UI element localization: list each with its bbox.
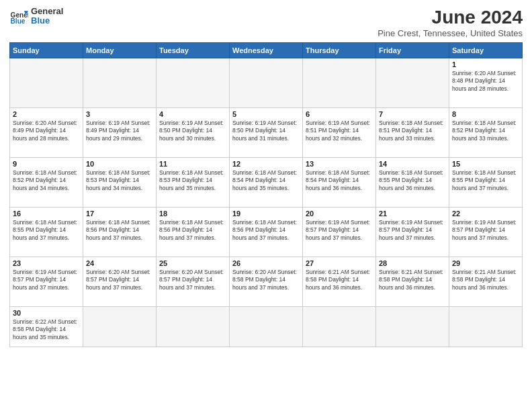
week-row-1: 2Sunrise: 6:20 AM Sunset: 8:49 PM Daylig… xyxy=(10,108,523,158)
day-info: Sunrise: 6:18 AM Sunset: 8:53 PM Dayligh… xyxy=(86,169,153,192)
day-cell: 6Sunrise: 6:19 AM Sunset: 8:51 PM Daylig… xyxy=(303,108,376,158)
day-cell: 13Sunrise: 6:18 AM Sunset: 8:54 PM Dayli… xyxy=(303,158,376,208)
day-info: Sunrise: 6:18 AM Sunset: 8:52 PM Dayligh… xyxy=(452,120,519,142)
svg-text:Blue: Blue xyxy=(11,17,26,25)
day-info: Sunrise: 6:18 AM Sunset: 8:54 PM Dayligh… xyxy=(306,169,373,192)
day-cell xyxy=(83,58,157,108)
day-cell: 3Sunrise: 6:19 AM Sunset: 8:49 PM Daylig… xyxy=(83,108,157,158)
day-number: 6 xyxy=(306,110,373,118)
day-cell: 15Sunrise: 6:18 AM Sunset: 8:55 PM Dayli… xyxy=(449,158,523,208)
day-cell: 27Sunrise: 6:21 AM Sunset: 8:58 PM Dayli… xyxy=(303,257,376,307)
day-cell: 25Sunrise: 6:20 AM Sunset: 8:57 PM Dayli… xyxy=(157,257,230,307)
day-info: Sunrise: 6:18 AM Sunset: 8:55 PM Dayligh… xyxy=(13,219,80,242)
day-cell: 8Sunrise: 6:18 AM Sunset: 8:52 PM Daylig… xyxy=(449,108,523,158)
day-cell xyxy=(157,307,230,347)
day-number: 2 xyxy=(13,110,80,118)
week-row-4: 23Sunrise: 6:19 AM Sunset: 8:57 PM Dayli… xyxy=(10,257,523,307)
day-cell: 1Sunrise: 6:20 AM Sunset: 8:48 PM Daylig… xyxy=(449,58,523,108)
day-number: 4 xyxy=(159,110,226,118)
main-title: June 2024 xyxy=(378,7,523,28)
day-info: Sunrise: 6:21 AM Sunset: 8:58 PM Dayligh… xyxy=(379,269,446,291)
day-number: 23 xyxy=(13,259,80,267)
day-number: 15 xyxy=(452,160,519,168)
week-row-2: 9Sunrise: 6:18 AM Sunset: 8:52 PM Daylig… xyxy=(10,158,523,208)
day-cell: 16Sunrise: 6:18 AM Sunset: 8:55 PM Dayli… xyxy=(10,208,83,257)
day-info: Sunrise: 6:18 AM Sunset: 8:55 PM Dayligh… xyxy=(452,169,519,192)
day-cell: 11Sunrise: 6:18 AM Sunset: 8:53 PM Dayli… xyxy=(157,158,230,208)
title-area: June 2024 Pine Crest, Tennessee, United … xyxy=(378,7,523,38)
day-cell: 2Sunrise: 6:20 AM Sunset: 8:49 PM Daylig… xyxy=(10,108,83,158)
day-info: Sunrise: 6:19 AM Sunset: 8:57 PM Dayligh… xyxy=(306,219,373,242)
day-info: Sunrise: 6:20 AM Sunset: 8:58 PM Dayligh… xyxy=(232,269,300,291)
weekday-tuesday: Tuesday xyxy=(157,43,230,58)
day-number: 12 xyxy=(232,160,300,168)
day-info: Sunrise: 6:18 AM Sunset: 8:51 PM Dayligh… xyxy=(379,120,446,142)
day-cell: 9Sunrise: 6:18 AM Sunset: 8:52 PM Daylig… xyxy=(10,158,83,208)
day-number: 29 xyxy=(452,259,519,267)
day-number: 13 xyxy=(306,160,373,168)
day-info: Sunrise: 6:19 AM Sunset: 8:57 PM Dayligh… xyxy=(379,219,446,242)
day-number: 5 xyxy=(232,110,300,118)
day-number: 27 xyxy=(306,259,373,267)
day-number: 22 xyxy=(452,210,519,218)
day-info: Sunrise: 6:19 AM Sunset: 8:51 PM Dayligh… xyxy=(306,120,373,142)
day-cell xyxy=(303,58,376,108)
day-number: 9 xyxy=(13,160,80,168)
day-cell: 14Sunrise: 6:18 AM Sunset: 8:55 PM Dayli… xyxy=(376,158,449,208)
header: General Blue General Blue June 2024 Pine… xyxy=(9,7,523,38)
logo: General Blue General Blue xyxy=(9,7,63,26)
day-cell: 22Sunrise: 6:19 AM Sunset: 8:57 PM Dayli… xyxy=(449,208,523,257)
day-number: 16 xyxy=(13,210,80,218)
day-info: Sunrise: 6:18 AM Sunset: 8:56 PM Dayligh… xyxy=(159,219,226,242)
day-cell xyxy=(303,307,376,347)
day-info: Sunrise: 6:20 AM Sunset: 8:49 PM Dayligh… xyxy=(13,120,80,142)
day-cell xyxy=(376,58,449,108)
day-cell xyxy=(157,58,230,108)
day-info: Sunrise: 6:20 AM Sunset: 8:57 PM Dayligh… xyxy=(86,269,153,291)
day-cell: 17Sunrise: 6:18 AM Sunset: 8:56 PM Dayli… xyxy=(83,208,157,257)
week-row-5: 30Sunrise: 6:22 AM Sunset: 8:58 PM Dayli… xyxy=(10,307,523,347)
day-info: Sunrise: 6:19 AM Sunset: 8:57 PM Dayligh… xyxy=(13,269,80,291)
day-cell: 10Sunrise: 6:18 AM Sunset: 8:53 PM Dayli… xyxy=(83,158,157,208)
weekday-friday: Friday xyxy=(376,43,449,58)
day-number: 25 xyxy=(159,259,226,267)
day-cell: 26Sunrise: 6:20 AM Sunset: 8:58 PM Dayli… xyxy=(230,257,303,307)
day-info: Sunrise: 6:20 AM Sunset: 8:57 PM Dayligh… xyxy=(159,269,226,291)
subtitle: Pine Crest, Tennessee, United States xyxy=(378,28,523,38)
day-cell: 7Sunrise: 6:18 AM Sunset: 8:51 PM Daylig… xyxy=(376,108,449,158)
day-info: Sunrise: 6:18 AM Sunset: 8:56 PM Dayligh… xyxy=(232,219,300,242)
day-cell: 12Sunrise: 6:18 AM Sunset: 8:54 PM Dayli… xyxy=(230,158,303,208)
day-number: 28 xyxy=(379,259,446,267)
day-cell: 5Sunrise: 6:19 AM Sunset: 8:50 PM Daylig… xyxy=(230,108,303,158)
week-row-0: 1Sunrise: 6:20 AM Sunset: 8:48 PM Daylig… xyxy=(10,58,523,108)
day-number: 24 xyxy=(86,259,153,267)
day-cell xyxy=(449,307,523,347)
day-number: 14 xyxy=(379,160,446,168)
day-cell: 24Sunrise: 6:20 AM Sunset: 8:57 PM Dayli… xyxy=(83,257,157,307)
weekday-thursday: Thursday xyxy=(303,43,376,58)
logo-blue-text: Blue xyxy=(31,16,63,26)
page: General Blue General Blue June 2024 Pine… xyxy=(0,0,532,411)
day-cell: 21Sunrise: 6:19 AM Sunset: 8:57 PM Dayli… xyxy=(376,208,449,257)
day-info: Sunrise: 6:20 AM Sunset: 8:48 PM Dayligh… xyxy=(452,70,519,93)
day-number: 7 xyxy=(379,110,446,118)
day-cell: 30Sunrise: 6:22 AM Sunset: 8:58 PM Dayli… xyxy=(10,307,83,347)
day-cell: 20Sunrise: 6:19 AM Sunset: 8:57 PM Dayli… xyxy=(303,208,376,257)
day-number: 1 xyxy=(452,60,519,68)
day-info: Sunrise: 6:18 AM Sunset: 8:56 PM Dayligh… xyxy=(86,219,153,242)
day-info: Sunrise: 6:19 AM Sunset: 8:49 PM Dayligh… xyxy=(86,120,153,142)
day-number: 8 xyxy=(452,110,519,118)
weekday-sunday: Sunday xyxy=(10,43,83,58)
day-info: Sunrise: 6:21 AM Sunset: 8:58 PM Dayligh… xyxy=(306,269,373,291)
day-number: 18 xyxy=(159,210,226,218)
logo-general-text: General xyxy=(31,7,63,16)
day-info: Sunrise: 6:19 AM Sunset: 8:50 PM Dayligh… xyxy=(159,120,226,142)
day-number: 30 xyxy=(13,309,80,317)
weekday-monday: Monday xyxy=(83,43,157,58)
day-cell: 19Sunrise: 6:18 AM Sunset: 8:56 PM Dayli… xyxy=(230,208,303,257)
day-cell xyxy=(83,307,157,347)
day-number: 11 xyxy=(159,160,226,168)
day-number: 21 xyxy=(379,210,446,218)
day-info: Sunrise: 6:21 AM Sunset: 8:58 PM Dayligh… xyxy=(452,269,519,291)
weekday-header-row: SundayMondayTuesdayWednesdayThursdayFrid… xyxy=(10,43,523,58)
